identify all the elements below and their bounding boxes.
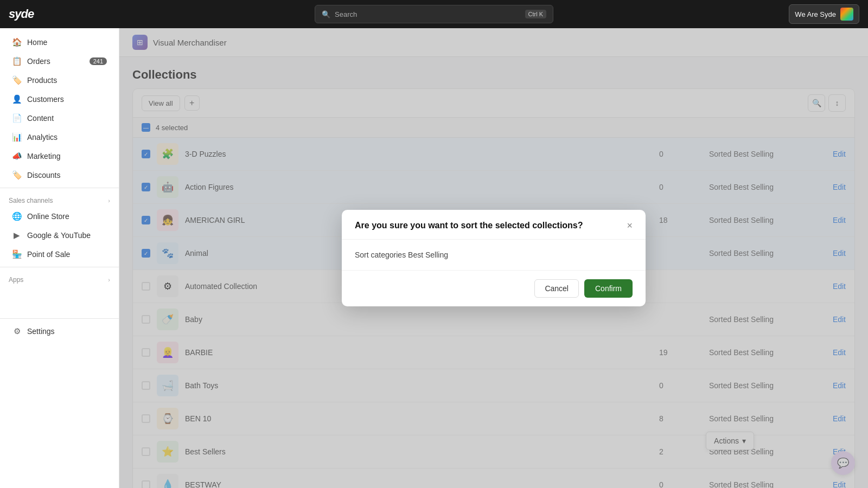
confirm-button[interactable]: Confirm xyxy=(584,279,633,298)
customers-icon: 👤 xyxy=(12,94,22,104)
google-youtube-icon: ▶ xyxy=(12,230,22,240)
sidebar-item-orders[interactable]: 📋 Orders 241 xyxy=(3,52,116,70)
sidebar-sales: 🌐 Online Store ▶ Google & YouTube 🏪 Poin… xyxy=(0,207,119,264)
orders-icon: 📋 xyxy=(12,56,22,66)
sales-channels-section: Sales channels › xyxy=(0,191,119,207)
modal-description: Sort categories Best Selling xyxy=(355,251,633,259)
confirm-modal: Are you sure you want to sort the select… xyxy=(342,210,646,306)
modal-close-button[interactable]: × xyxy=(627,221,633,230)
sidebar-nav: 🏠 Home 📋 Orders 241 🏷️ Products 👤 Custom… xyxy=(0,33,119,184)
modal-title: Are you sure you want to sort the select… xyxy=(355,221,583,230)
sidebar-item-analytics[interactable]: 📊 Analytics xyxy=(3,128,116,146)
main-layout: 🏠 Home 📋 Orders 241 🏷️ Products 👤 Custom… xyxy=(0,28,868,488)
apps-section: Apps › xyxy=(0,271,119,286)
online-store-label: Online Store xyxy=(27,212,69,221)
settings-label: Settings xyxy=(27,327,55,336)
google-youtube-label: Google & YouTube xyxy=(27,231,91,240)
point-of-sale-icon: 🏪 xyxy=(12,249,22,259)
discounts-icon: 🏷️ xyxy=(12,170,22,180)
search-shortcut: Ctrl K xyxy=(525,10,547,18)
modal-footer: Cancel Confirm xyxy=(342,270,646,306)
topbar-right: We Are Syde xyxy=(789,4,859,24)
search-bar[interactable]: 🔍 Search Ctrl K xyxy=(315,5,553,23)
sidebar-item-settings[interactable]: ⚙ Settings xyxy=(3,322,116,341)
sidebar-item-content[interactable]: 📄 Content xyxy=(3,109,116,127)
sidebar-item-google-youtube[interactable]: ▶ Google & YouTube xyxy=(3,226,116,245)
sidebar-item-point-of-sale[interactable]: 🏪 Point of Sale xyxy=(3,245,116,264)
content-area: ⊞ Visual Merchandiser Collections View a… xyxy=(119,28,868,488)
home-icon: 🏠 xyxy=(12,37,22,47)
sales-channels-arrow: › xyxy=(108,197,110,204)
apps-arrow: › xyxy=(108,277,110,283)
marketing-label: Marketing xyxy=(27,152,60,160)
orders-badge: 241 xyxy=(90,57,107,65)
online-store-icon: 🌐 xyxy=(12,211,22,221)
products-label: Products xyxy=(27,76,57,85)
sidebar-item-marketing[interactable]: 📣 Marketing xyxy=(3,147,116,165)
modal-body: Sort categories Best Selling xyxy=(342,240,646,270)
sidebar-item-home[interactable]: 🏠 Home xyxy=(3,33,116,52)
discounts-label: Discounts xyxy=(27,171,60,179)
account-button[interactable]: We Are Syde xyxy=(789,4,859,24)
analytics-icon: 📊 xyxy=(12,132,22,142)
sidebar-item-products[interactable]: 🏷️ Products xyxy=(3,71,116,89)
sidebar-item-discounts[interactable]: 🏷️ Discounts xyxy=(3,166,116,184)
products-icon: 🏷️ xyxy=(12,75,22,85)
avatar xyxy=(840,8,853,21)
search-placeholder: Search xyxy=(335,10,357,18)
account-name: We Are Syde xyxy=(795,10,836,18)
topbar: syde 🔍 Search Ctrl K We Are Syde xyxy=(0,0,868,28)
point-of-sale-label: Point of Sale xyxy=(27,250,70,259)
settings-icon: ⚙ xyxy=(12,326,22,336)
content-label: Content xyxy=(27,114,54,123)
cancel-button[interactable]: Cancel xyxy=(534,279,579,298)
sidebar: 🏠 Home 📋 Orders 241 🏷️ Products 👤 Custom… xyxy=(0,28,119,488)
search-icon: 🔍 xyxy=(322,10,330,18)
marketing-icon: 📣 xyxy=(12,151,22,161)
orders-label: Orders xyxy=(27,57,50,66)
modal-overlay: Are you sure you want to sort the select… xyxy=(119,28,868,488)
logo: syde xyxy=(9,7,34,21)
home-label: Home xyxy=(27,38,47,47)
customers-label: Customers xyxy=(27,95,64,104)
content-icon: 📄 xyxy=(12,113,22,123)
modal-header: Are you sure you want to sort the select… xyxy=(342,210,646,240)
sidebar-item-customers[interactable]: 👤 Customers xyxy=(3,90,116,108)
sidebar-item-online-store[interactable]: 🌐 Online Store xyxy=(3,207,116,226)
analytics-label: Analytics xyxy=(27,133,58,142)
